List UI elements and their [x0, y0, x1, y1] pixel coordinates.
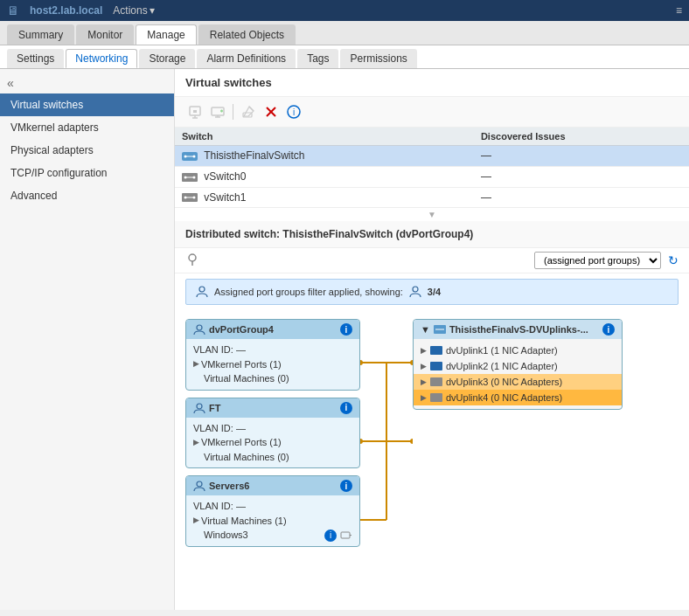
main-layout: « Virtual switches VMkernel adapters Phy… [0, 69, 689, 610]
switch-name-cell: ThisistheFinalvSwitch [175, 146, 474, 167]
svg-point-22 [184, 176, 187, 178]
svg-rect-3 [193, 110, 197, 113]
tab-storage[interactable]: Storage [139, 49, 195, 68]
pg-icon-dvportgroup4 [193, 323, 205, 336]
main-tabs: Summary Monitor Manage Related Objects [0, 21, 689, 45]
port-group-cards: dvPortGroup4 i VLAN ID: — ▶ VMkernel Por… [185, 319, 360, 547]
switch-issues-cell-1: — [474, 166, 689, 187]
expand-triangle-icon: ▶ [193, 515, 199, 527]
pg-vlan-dvportgroup4: VLAN ID: — [193, 343, 352, 357]
pg-card-dvportgroup4[interactable]: dvPortGroup4 i VLAN ID: — ▶ VMkernel Por… [185, 319, 360, 391]
sidebar-item-tcpip-configuration[interactable]: TCP/IP configuration [0, 162, 174, 184]
virtual-switches-title: Virtual switches [175, 69, 689, 97]
sidebar-item-vmkernel-adapters[interactable]: VMkernel adapters [0, 116, 174, 139]
pg-info-icon-ft[interactable]: i [340, 402, 352, 414]
pg-card-ft[interactable]: FT i VLAN ID: — ▶ VMkernel Ports (1) Vir… [185, 398, 360, 469]
col-switch: Switch [175, 128, 474, 146]
table-row[interactable]: ThisistheFinalvSwitch — [175, 146, 689, 167]
tab-monitor[interactable]: Monitor [76, 24, 134, 45]
uplink-item-2[interactable]: ▶ dvUplink3 (0 NIC Adapters) [414, 374, 622, 390]
uplink-expand-icon-3: ▶ [421, 393, 427, 402]
switch-table: Switch Discovered Issues ThisistheFinalv… [175, 128, 689, 208]
uplink-expand-icon-1: ▶ [421, 362, 427, 370]
uplink-item-0[interactable]: ▶ dvUplink1 (1 NIC Adapter) [414, 343, 622, 358]
menu-icon[interactable]: ≡ [676, 4, 682, 17]
switch-name-cell: vSwitch1 [175, 187, 474, 208]
nic-icon-0 [430, 346, 442, 355]
sidebar-item-virtual-switches[interactable]: Virtual switches [0, 93, 174, 116]
sidebar-item-physical-adapters[interactable]: Physical adapters [0, 139, 174, 162]
expand-triangle-icon: ▶ [193, 358, 199, 370]
info-button[interactable]: i [284, 102, 303, 121]
sidebar-back-button[interactable]: « [0, 73, 174, 93]
filter-count: 3/4 [428, 287, 441, 297]
table-row[interactable]: vSwitch1 — [175, 187, 689, 208]
tab-permissions[interactable]: Permissions [340, 49, 416, 68]
dvswitch-filter-icon [185, 253, 199, 269]
top-bar: 🖥 host2.lab.local Actions ▾ ≡ [0, 0, 689, 21]
svg-rect-35 [341, 532, 350, 538]
diagram-container: dvPortGroup4 i VLAN ID: — ▶ VMkernel Por… [185, 319, 679, 564]
sidebar: « Virtual switches VMkernel adapters Phy… [0, 69, 175, 610]
sidebar-item-advanced[interactable]: Advanced [0, 184, 174, 207]
pg-vms-ft: Virtual Machines (0) [193, 450, 352, 465]
filter-count-icon [408, 285, 422, 299]
switch-issues-cell-0: — [474, 146, 689, 167]
uplink-info-icon[interactable]: i [602, 323, 615, 336]
pg-card-name-dvportgroup4: dvPortGroup4 [209, 324, 274, 335]
tab-tags[interactable]: Tags [297, 49, 338, 68]
pg-vms-expand-servers6[interactable]: ▶ Virtual Machines (1) [193, 514, 352, 529]
svg-point-28 [189, 254, 196, 261]
dvswitch-toolbar: (assigned port groups) All port groups ↻ [175, 248, 689, 273]
pg-icon-ft [193, 402, 205, 414]
pg-subitem-info-icon[interactable]: i [324, 529, 337, 542]
tab-manage[interactable]: Manage [136, 24, 196, 45]
pg-icon-servers6 [193, 480, 205, 492]
svg-point-26 [184, 197, 187, 199]
remove-button[interactable] [261, 102, 281, 121]
svg-point-33 [197, 404, 202, 409]
pg-subitem-servers6: Windows3 i [193, 528, 352, 543]
svg-point-18 [184, 155, 187, 157]
add-network-button[interactable] [185, 102, 205, 121]
tab-networking[interactable]: Networking [66, 49, 137, 68]
uplink-item-3[interactable]: ▶ dvUplink4 (0 NIC Adapters) [414, 390, 622, 405]
edit-button[interactable] [239, 102, 258, 121]
svg-point-45 [410, 360, 413, 365]
actions-label: Actions [113, 4, 147, 17]
host-icon: 🖥 [7, 3, 19, 17]
tab-summary[interactable]: Summary [7, 24, 74, 45]
pg-vlan-servers6: VLAN ID: — [193, 499, 352, 514]
pg-subitem-connect-icon [340, 529, 352, 542]
tab-settings[interactable]: Settings [7, 49, 64, 68]
port-group-filter-dropdown[interactable]: (assigned port groups) All port groups [534, 252, 661, 269]
pg-card-servers6[interactable]: Servers6 i VLAN ID: — ▶ Virtual Machines… [185, 475, 360, 547]
uplink-expand-icon: ▼ [421, 324, 430, 335]
actions-button[interactable]: Actions ▾ [113, 4, 154, 17]
pg-vmkernel-ft[interactable]: ▶ VMkernel Ports (1) [193, 435, 352, 450]
uplink-switch-name: ThisistheFinalvS-DVUplinks-... [449, 324, 588, 335]
actions-dropdown-icon: ▾ [150, 4, 155, 17]
table-row[interactable]: vSwitch0 — [175, 166, 689, 187]
svg-point-34 [197, 481, 202, 487]
uplink-expand-icon-2: ▶ [421, 377, 427, 386]
nic-icon-2 [430, 377, 442, 386]
uplink-list: ▶ dvUplink1 (1 NIC Adapter) ▶ dvUplink2 … [414, 339, 622, 409]
pg-info-icon-servers6[interactable]: i [340, 480, 352, 492]
nic-icon-3 [430, 393, 442, 402]
add-host-button[interactable] [208, 102, 227, 121]
pg-vmkernel-dvportgroup4[interactable]: ▶ VMkernel Ports (1) [193, 357, 352, 372]
pg-vlan-ft: VLAN ID: — [193, 421, 352, 436]
uplink-item-1[interactable]: ▶ dvUplink2 (1 NIC Adapter) [414, 358, 622, 374]
scroll-indicator: ▼ [175, 208, 689, 221]
main-content: Virtual switches i Switch [175, 69, 689, 610]
svg-point-32 [197, 325, 202, 330]
tab-related-objects[interactable]: Related Objects [198, 24, 296, 45]
host-name: host2.lab.local [30, 4, 102, 17]
pg-info-icon-dvportgroup4[interactable]: i [340, 323, 352, 336]
connector-area [360, 319, 413, 564]
refresh-button[interactable]: ↻ [668, 253, 679, 267]
tab-alarm-definitions[interactable]: Alarm Definitions [197, 49, 296, 68]
svg-point-44 [360, 439, 363, 444]
svg-point-43 [360, 360, 363, 365]
